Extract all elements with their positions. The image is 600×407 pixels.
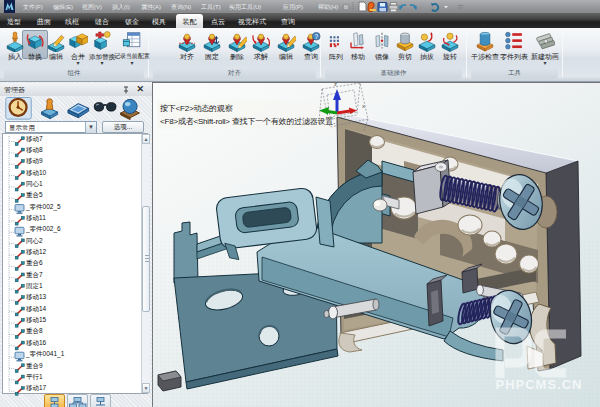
svg-text:x: x [362, 103, 365, 109]
svg-text:?: ? [314, 33, 318, 40]
svg-text:PHPCMS.CN: PHPCMS.CN [495, 377, 582, 392]
svg-text:z: z [334, 82, 337, 87]
